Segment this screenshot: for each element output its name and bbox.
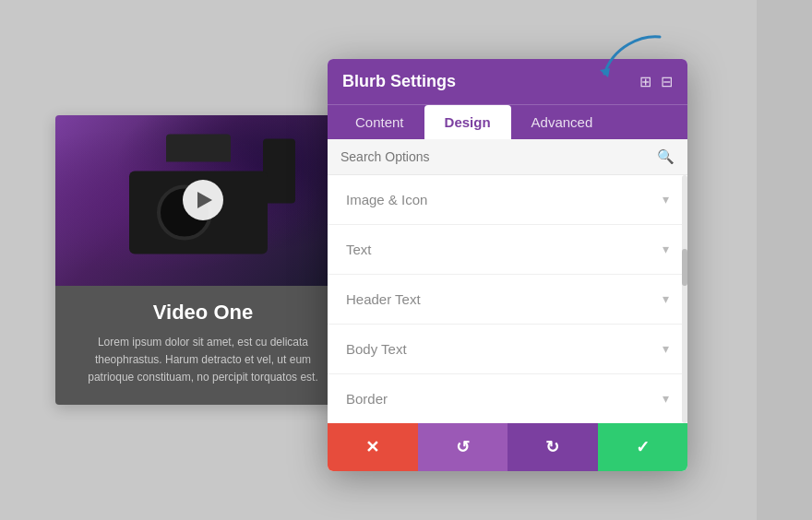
scroll-thumb[interactable] [682, 249, 687, 286]
play-button[interactable] [183, 180, 223, 220]
tab-advanced[interactable]: Advanced [511, 105, 614, 139]
chevron-down-icon: ▾ [663, 291, 669, 306]
accordion-label-body-text: Body Text [346, 341, 407, 357]
accordion-item-image-icon[interactable]: Image & Icon ▾ [328, 175, 687, 225]
layout-icon[interactable]: ⊟ [661, 73, 673, 90]
chevron-down-icon: ▾ [663, 192, 669, 207]
accordion-label-header-text: Header Text [346, 291, 421, 307]
accordion-item-text[interactable]: Text ▾ [328, 225, 687, 275]
blurb-settings-modal: Blurb Settings ⊞ ⊟ Content Design Advanc… [328, 59, 687, 471]
expand-icon[interactable]: ⊞ [639, 73, 651, 90]
accordion-label-border: Border [346, 391, 388, 407]
undo-button[interactable]: ↺ [418, 423, 508, 471]
modal-tabs: Content Design Advanced [328, 104, 687, 139]
modal-title: Blurb Settings [342, 72, 456, 91]
tab-content[interactable]: Content [335, 105, 424, 139]
search-bar: 🔍 [328, 139, 687, 175]
modal-footer: ✕ ↺ ↻ ✓ [328, 423, 687, 471]
chevron-down-icon: ▾ [663, 242, 669, 256]
modal-header: Blurb Settings ⊞ ⊟ [328, 59, 687, 104]
save-button[interactable]: ✓ [598, 423, 688, 471]
accordion-item-body-text[interactable]: Body Text ▾ [328, 325, 687, 374]
cancel-button[interactable]: ✕ [328, 423, 418, 471]
accordion-list: Image & Icon ▾ Text ▾ Header Text ▾ Body… [328, 175, 687, 423]
redo-button[interactable]: ↻ [508, 423, 598, 471]
accordion-item-header-text[interactable]: Header Text ▾ [328, 275, 687, 325]
tab-design[interactable]: Design [424, 105, 511, 139]
chevron-down-icon: ▾ [663, 341, 669, 356]
modal-overlay: Blurb Settings ⊞ ⊟ Content Design Advanc… [0, 0, 812, 520]
scroll-track [682, 175, 687, 423]
chevron-down-icon: ▾ [663, 391, 669, 406]
accordion-label-text: Text [346, 242, 372, 257]
accordion-label-image-icon: Image & Icon [346, 192, 427, 207]
modal-header-icons: ⊞ ⊟ [639, 73, 673, 90]
search-icon: 🔍 [657, 148, 675, 165]
accordion-item-border[interactable]: Border ▾ [328, 374, 687, 423]
search-input[interactable] [340, 149, 657, 164]
